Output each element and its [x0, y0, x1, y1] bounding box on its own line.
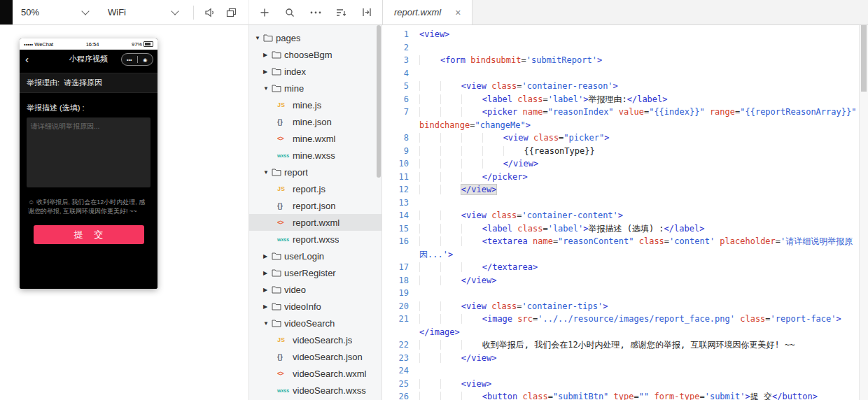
code-line[interactable]: 20 <view class='container-tips'> [385, 300, 859, 313]
tree-scrollbar[interactable] [377, 25, 381, 178]
code-line[interactable]: 25 <view> [385, 378, 859, 391]
code-line[interactable]: 4 [385, 67, 859, 80]
code-line[interactable]: 23 </view> [385, 352, 859, 365]
tree-item-report[interactable]: ▼report [249, 164, 382, 180]
file-name: report [284, 167, 308, 178]
editor-scrollbar-track[interactable] [859, 25, 868, 400]
tree-item-videoSearch[interactable]: ▼videoSearch [249, 315, 382, 331]
line-number: 18 [385, 274, 416, 287]
tree-item-mine.wxss[interactable]: wxssmine.wxss [249, 147, 382, 164]
report-textarea[interactable]: 请详细说明举报原因... [27, 117, 150, 187]
line-number: 26 [385, 390, 416, 400]
code-line[interactable]: 3 <form bindsubmit='submitReport'> [385, 54, 859, 67]
tree-item-index[interactable]: ▶index [249, 63, 382, 80]
close-icon[interactable]: × [455, 8, 461, 17]
code-line[interactable]: 6 <label class='label'>举报理由:</label> [385, 93, 859, 106]
tree-item-report.json[interactable]: {}report.json [249, 197, 382, 214]
code-line[interactable]: 17 </textarea> [385, 261, 859, 274]
code-line[interactable]: 16 <textarea name="reasonContent" class=… [385, 235, 859, 261]
file-name: videoSearch [284, 318, 335, 329]
tree-item-mine.json[interactable]: {}mine.json [249, 113, 382, 130]
code-line[interactable]: 26 <button class="submitBtn" type="" for… [385, 390, 859, 400]
record-icon[interactable]: ◉ [138, 57, 153, 62]
tree-item-report.wxss[interactable]: wxssreport.wxss [249, 231, 382, 248]
line-number: 6 [385, 93, 416, 106]
tab-report-wxml[interactable]: report.wxml × [383, 0, 472, 24]
corner-block [0, 0, 13, 24]
search-icon[interactable] [279, 0, 300, 24]
code-line[interactable]: 19 [385, 287, 859, 300]
file-name: report.wxml [293, 217, 340, 228]
add-icon[interactable] [254, 0, 275, 24]
volume-icon[interactable] [200, 0, 220, 24]
code-line[interactable]: 22 收到举报后, 我们会在12小时内处理, 感谢您的举报, 互联网环境因你更美… [385, 338, 859, 352]
compile-icon[interactable] [356, 0, 377, 24]
code-line[interactable]: 7 <picker name="reasonIndex" value="{{in… [385, 106, 859, 131]
collapse-arrow-icon[interactable]: ▼ [263, 320, 272, 327]
expand-arrow-icon[interactable]: ▶ [263, 253, 272, 259]
file-name: videoInfo [284, 301, 321, 312]
line-number: 12 [385, 183, 416, 197]
toolbar-divider [193, 6, 194, 20]
code-line[interactable]: 9 {{reasonType}} [385, 145, 859, 158]
editor-tabbar: report.wxml × [382, 0, 868, 24]
code-line[interactable]: 12 </view> [385, 183, 859, 197]
collapse-arrow-icon[interactable]: ▼ [263, 85, 272, 92]
tree-item-videoSearch.wxml[interactable]: <>videoSearch.wxml [249, 365, 382, 382]
folder-icon [272, 285, 284, 294]
js-file-icon: JS [277, 101, 293, 108]
tree-item-chooseBgm[interactable]: ▶chooseBgm [249, 46, 382, 63]
tree-item-pages[interactable]: ▼pages [249, 29, 382, 46]
tree-item-mine[interactable]: ▼mine [249, 80, 382, 97]
code-line[interactable]: 8 <view class="picker"> [385, 131, 859, 145]
expand-arrow-icon[interactable]: ▶ [263, 303, 272, 310]
panels-icon[interactable] [220, 0, 241, 24]
battery-percent: 97% [132, 41, 142, 48]
report-face-icon: ☺ [28, 199, 34, 206]
back-icon[interactable]: ‹ [25, 54, 29, 64]
tree-item-videoInfo[interactable]: ▶videoInfo [249, 298, 382, 315]
tree-item-video[interactable]: ▶video [249, 281, 382, 298]
tree-item-report.wxml[interactable]: <>report.wxml [249, 214, 382, 231]
sort-icon[interactable] [331, 0, 352, 24]
tree-item-userRegister[interactable]: ▶userRegister [249, 264, 382, 281]
tree-item-videoSearch.wxss[interactable]: wxssvideoSearch.wxss [249, 382, 382, 399]
more-menu-icon[interactable]: ••• [122, 57, 137, 62]
collapse-arrow-icon[interactable]: ▼ [263, 169, 272, 176]
tree-item-mine.js[interactable]: JSmine.js [249, 97, 382, 113]
collapse-arrow-icon[interactable]: ▼ [255, 35, 263, 41]
file-name: report.js [293, 184, 326, 194]
editor-scrollbar-thumb[interactable] [861, 25, 867, 92]
line-number: 2 [385, 41, 416, 55]
expand-arrow-icon[interactable]: ▶ [263, 270, 272, 276]
expand-arrow-icon[interactable]: ▶ [263, 69, 272, 75]
js-file-icon: JS [277, 185, 293, 192]
code-line[interactable]: 10 </view> [385, 157, 859, 171]
tree-item-userLogin[interactable]: ▶userLogin [249, 248, 382, 264]
code-line[interactable]: 5 <view class='container-reason'> [385, 80, 859, 93]
code-line[interactable]: 11 </picker> [385, 171, 859, 184]
network-select[interactable]: WiFi [98, 0, 188, 24]
file-name: report.json [293, 201, 335, 211]
code-line[interactable]: 2 [385, 41, 859, 55]
code-line[interactable]: 15 <label class='label'>举报描述 (选填) :</lab… [385, 222, 859, 236]
tree-item-videoSearch.json[interactable]: {}videoSearch.json [249, 348, 382, 365]
tree-item-videoSearch.js[interactable]: JSvideoSearch.js [249, 331, 382, 348]
code-line[interactable]: 24 [385, 364, 859, 378]
submit-button[interactable]: 提 交 [34, 225, 144, 244]
code-line[interactable]: 1<view> [385, 28, 859, 41]
tree-item-mine.wxml[interactable]: <>mine.wxml [249, 130, 382, 147]
tree-item-report.js[interactable]: JSreport.js [249, 180, 382, 197]
line-number: 22 [385, 338, 416, 352]
code-line[interactable]: 18 </view> [385, 274, 859, 287]
report-reason-picker[interactable]: 举报理由: 请选择原因 [20, 73, 158, 93]
code-line[interactable]: 21 <image src='../../resource/images/rep… [385, 313, 859, 338]
code-line[interactable]: 14 <view class='container-content'> [385, 209, 859, 222]
line-number: 16 [385, 235, 416, 261]
code-line[interactable]: 13 [385, 197, 859, 210]
expand-arrow-icon[interactable]: ▶ [263, 287, 272, 293]
zoom-select[interactable]: 50% [13, 0, 98, 24]
more-icon[interactable] [305, 0, 326, 24]
line-number: 14 [385, 209, 416, 222]
expand-arrow-icon[interactable]: ▶ [263, 52, 272, 58]
